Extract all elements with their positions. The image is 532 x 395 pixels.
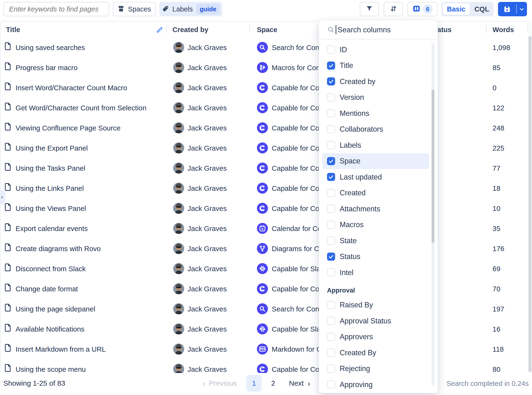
column-toggle-created-by[interactable]: Created by: [322, 73, 429, 90]
space-name[interactable]: Capable for Sla: [272, 265, 320, 273]
column-toggle-version[interactable]: Version: [322, 90, 429, 106]
sidebar-drag-handle[interactable]: [0, 190, 5, 204]
space-name[interactable]: Capable for Co: [272, 104, 319, 112]
table-row[interactable]: Export calendar events Jack Graves Calen…: [0, 218, 531, 238]
column-toggle-last-updated[interactable]: Last updated: [322, 169, 429, 185]
chevron-down-icon[interactable]: [519, 6, 525, 13]
table-row[interactable]: Using saved searches Jack Graves Search …: [0, 37, 531, 57]
checkbox[interactable]: [327, 93, 335, 102]
page-title-link[interactable]: Insert Markdown from a URL: [16, 345, 106, 353]
page-title-link[interactable]: Change date format: [16, 285, 78, 293]
column-header-words[interactable]: Words: [493, 26, 514, 34]
column-header-space[interactable]: Space: [257, 26, 277, 34]
space-name[interactable]: Capable for Co: [272, 84, 319, 92]
checkbox[interactable]: [327, 380, 335, 389]
column-toggle-id[interactable]: ID: [322, 42, 429, 58]
column-toggle-macros[interactable]: Macros: [322, 217, 429, 233]
column-toggle-raised-by[interactable]: Raised By: [322, 297, 429, 313]
space-name[interactable]: Capable for Co: [272, 164, 319, 172]
header-divider[interactable]: [249, 25, 250, 33]
column-toggle-state[interactable]: State: [322, 233, 429, 249]
table-row[interactable]: Available Notifications Jack Graves Capa…: [0, 319, 531, 339]
labels-filter-button[interactable]: Labels guide: [159, 2, 222, 16]
page-title-link[interactable]: Using the page sidepanel: [16, 305, 95, 313]
table-row[interactable]: Using the page sidepanel Jack Graves Sea…: [0, 299, 531, 319]
page-title-link[interactable]: Using the Links Panel: [16, 184, 84, 192]
checkbox[interactable]: [327, 125, 335, 133]
checkbox[interactable]: [327, 268, 335, 276]
table-row[interactable]: Using the Views Panel Jack Graves Capabl…: [0, 198, 531, 218]
column-toggle-approving[interactable]: Approving: [322, 377, 429, 391]
table-row[interactable]: Disconnect from Slack Jack Graves Capabl…: [0, 259, 531, 279]
checkbox[interactable]: [327, 221, 335, 229]
column-header-created-by[interactable]: Created by: [172, 26, 208, 34]
table-row[interactable]: Using the Links Panel Jack Graves Capabl…: [0, 178, 531, 198]
checkbox[interactable]: [327, 77, 335, 85]
save-search-button[interactable]: [498, 2, 527, 16]
mode-basic-tab[interactable]: Basic: [443, 3, 470, 15]
columns-button[interactable]: 6: [407, 2, 438, 16]
column-toggle-collaborators[interactable]: Collaborators: [322, 121, 429, 137]
page-title-link[interactable]: Get Word/Character Count from Selection: [16, 104, 146, 112]
edit-title-icon[interactable]: [156, 26, 163, 34]
column-toggle-intel[interactable]: Intel: [322, 265, 429, 281]
spaces-filter-button[interactable]: Spaces: [113, 2, 155, 16]
checkbox[interactable]: [327, 333, 335, 341]
column-toggle-mentions[interactable]: Mentions: [322, 105, 429, 121]
table-row[interactable]: Change date format Jack Graves Capable f…: [0, 279, 531, 299]
checkbox[interactable]: [327, 205, 335, 213]
space-name[interactable]: Search for Cont: [272, 305, 321, 313]
page-title-link[interactable]: Insert Word/Character Count Macro: [16, 84, 127, 92]
page-title-link[interactable]: Using saved searches: [16, 44, 85, 52]
checkbox[interactable]: [327, 173, 335, 181]
checkbox[interactable]: [327, 365, 335, 373]
checkbox[interactable]: [327, 45, 335, 54]
table-row[interactable]: Using the Tasks Panel Jack Graves Capabl…: [0, 158, 531, 178]
column-header-title[interactable]: Title: [6, 26, 20, 34]
column-toggle-attachments[interactable]: Attachments: [322, 201, 429, 217]
space-name[interactable]: Search for Cont: [272, 44, 321, 52]
page-title-link[interactable]: Using the Tasks Panel: [16, 164, 85, 172]
checkbox[interactable]: [327, 237, 335, 245]
table-row[interactable]: Get Word/Character Count from Selection …: [0, 98, 531, 118]
column-toggle-rejecting[interactable]: Rejecting: [322, 361, 429, 377]
space-name[interactable]: Macros for Con: [272, 64, 320, 72]
checkbox[interactable]: [327, 349, 335, 357]
page-title-link[interactable]: Progress bar macro: [16, 64, 78, 72]
checkbox[interactable]: [327, 109, 335, 117]
sort-button[interactable]: [384, 2, 403, 16]
space-name[interactable]: Capable for Co: [272, 365, 319, 373]
checkbox[interactable]: [327, 62, 335, 70]
table-row[interactable]: Progress bar macro Jack Graves Macros fo…: [0, 57, 531, 78]
column-toggle-title[interactable]: Title: [322, 58, 429, 74]
filter-button[interactable]: [360, 2, 379, 16]
table-row[interactable]: Create diagrams with Rovo Jack Graves Di…: [0, 238, 531, 259]
header-divider[interactable]: [486, 25, 487, 33]
space-name[interactable]: Capable for Co: [272, 144, 319, 152]
table-row[interactable]: Viewing Confluence Page Source Jack Grav…: [0, 118, 531, 138]
checkbox[interactable]: [327, 141, 335, 149]
page-button-1[interactable]: 1: [246, 375, 262, 392]
column-toggle-approval-status[interactable]: Approval Status: [322, 313, 429, 329]
column-toggle-created[interactable]: Created: [322, 185, 429, 201]
column-toggle-created-by[interactable]: Created By: [322, 345, 429, 361]
previous-page-button[interactable]: ‹ Previous: [202, 379, 237, 387]
space-name[interactable]: Capable for Co: [272, 124, 319, 132]
page-title-link[interactable]: Export calendar events: [16, 225, 88, 233]
table-row[interactable]: Insert Markdown from a URL Jack Graves M…: [0, 339, 531, 359]
header-divider[interactable]: [166, 25, 166, 33]
column-toggle-space[interactable]: Space: [322, 153, 429, 169]
column-toggle-status[interactable]: Status: [322, 249, 429, 265]
space-name[interactable]: Diagrams for C: [272, 245, 319, 253]
space-name[interactable]: Capable for Co: [272, 204, 319, 213]
label-chip-guide[interactable]: guide: [196, 4, 220, 15]
header-divider[interactable]: [528, 25, 528, 33]
page-title-link[interactable]: Using the scope menu: [16, 365, 86, 373]
mode-cql-tab[interactable]: CQL: [471, 2, 493, 16]
space-name[interactable]: Markdown for C: [272, 345, 321, 353]
page-title-link[interactable]: Using the Export Panel: [16, 144, 88, 152]
space-name[interactable]: Capable for Co: [272, 184, 319, 192]
table-row[interactable]: Insert Word/Character Count Macro Jack G…: [0, 78, 531, 98]
page-button-2[interactable]: 2: [267, 375, 279, 392]
table-scrollbar[interactable]: [528, 36, 532, 372]
